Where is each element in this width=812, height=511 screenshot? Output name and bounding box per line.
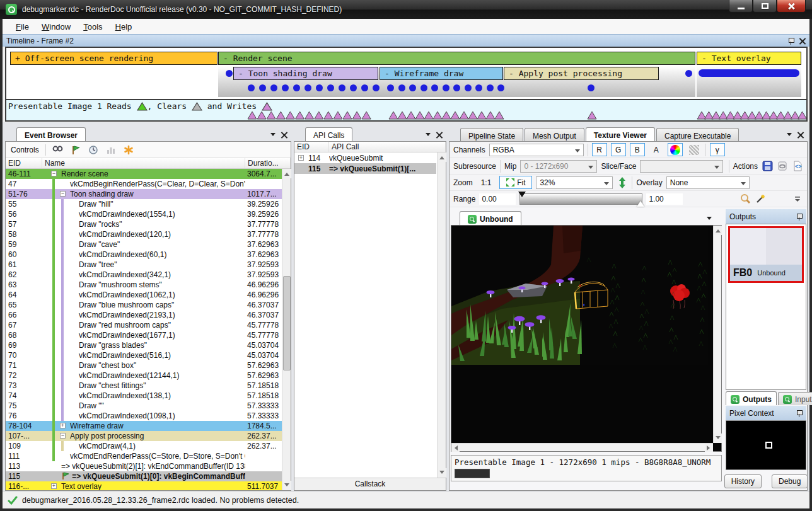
timeline-draw-dot[interactable] <box>282 84 289 91</box>
usage-write-marker[interactable] <box>352 112 361 119</box>
timeline-draw-dot[interactable] <box>327 84 334 91</box>
tab-unbound-texture[interactable]: Unbound <box>460 211 521 225</box>
timeline-draw-dot[interactable] <box>316 84 323 91</box>
event-row[interactable]: 60vkCmdDrawIndexed(60,1)37.62963 <box>6 250 282 260</box>
close-panel-icon[interactable] <box>436 132 443 138</box>
usage-write-marker[interactable] <box>296 112 304 119</box>
timeline-draw-dot[interactable] <box>339 84 345 91</box>
close-panel-icon[interactable] <box>799 38 806 44</box>
event-row[interactable]: 51-76−Toon shading draw1017.7... <box>6 189 282 199</box>
timeline-draw-dot[interactable] <box>685 70 692 77</box>
timeline-draw-dot[interactable] <box>588 84 594 91</box>
timeline-draw-dot[interactable] <box>350 84 357 91</box>
timeline-draw-pill[interactable] <box>699 69 799 77</box>
usage-write-marker[interactable] <box>305 112 314 119</box>
timeline-draw-dot[interactable] <box>226 70 233 77</box>
timeline-marker-bar[interactable]: - Apply post processing <box>504 67 659 80</box>
usage-write-marker[interactable] <box>407 112 415 119</box>
timeline-draw-dot[interactable] <box>420 84 427 91</box>
usage-markers-layer[interactable] <box>6 110 806 120</box>
range-slider[interactable] <box>519 193 642 205</box>
tab-outputs[interactable]: Outputs <box>726 391 777 405</box>
event-row[interactable]: 64vkCmdDrawIndexed(1062,1)46.96296 <box>6 290 282 300</box>
timeline-draw-dot[interactable] <box>409 84 416 91</box>
usage-write-marker[interactable] <box>334 112 342 119</box>
event-row[interactable]: 68vkCmdDrawIndexed(1677,1)45.77778 <box>6 330 282 340</box>
toolbar-overflow-icon[interactable] <box>792 193 803 205</box>
open-in-code-icon[interactable]: <> <box>792 161 803 172</box>
fit-button[interactable]: Fit <box>499 176 532 189</box>
tab-inputs[interactable]: Inputs <box>778 392 812 405</box>
event-row[interactable]: 67Draw "red mushroom caps"45.77778 <box>6 320 282 330</box>
usage-write-marker[interactable] <box>267 112 276 119</box>
usage-write-marker[interactable] <box>486 112 495 119</box>
pin-icon[interactable] <box>796 213 803 221</box>
event-row[interactable]: 55Draw "hill"39.25926 <box>6 199 282 209</box>
timeline-draw-dot[interactable] <box>475 84 482 91</box>
event-row[interactable]: 107-...−Apply post processing262.37... <box>6 431 282 441</box>
usage-write-marker[interactable] <box>324 112 333 119</box>
tab-event-browser[interactable]: Event Browser <box>16 127 86 141</box>
event-row[interactable]: 61Draw "tree"37.92593 <box>6 260 282 270</box>
tab-capture-executable[interactable]: Capture Executable <box>656 128 739 141</box>
menu-file[interactable]: File <box>10 20 35 33</box>
tab-pipeline-state[interactable]: Pipeline State <box>460 128 523 141</box>
texture-image-viewport[interactable] <box>451 225 722 452</box>
timeline-marker-bar[interactable]: + Off-screen scene rendering <box>10 52 218 65</box>
save-texture-icon[interactable] <box>762 161 773 172</box>
pin-icon[interactable] <box>796 410 803 417</box>
usage-write-marker[interactable] <box>389 112 398 119</box>
usage-write-marker[interactable] <box>248 112 257 119</box>
close-button[interactable] <box>777 0 806 13</box>
expand-icon[interactable]: + <box>60 423 66 428</box>
usage-write-marker[interactable] <box>460 112 468 119</box>
usage-write-marker[interactable] <box>398 112 407 119</box>
scroll-down-icon[interactable] <box>282 481 291 490</box>
usage-write-marker[interactable] <box>495 112 504 119</box>
scrollbar-thumb[interactable] <box>283 276 291 370</box>
usage-write-marker[interactable] <box>276 112 285 119</box>
mip-dropdown[interactable]: 0 - 1272x690 <box>520 160 597 173</box>
close-panel-icon[interactable] <box>798 132 804 138</box>
autofit-range-icon[interactable] <box>740 193 751 205</box>
history-button[interactable]: History <box>724 474 762 488</box>
panel-menu-icon[interactable] <box>426 133 431 139</box>
usage-write-marker[interactable] <box>343 112 352 119</box>
event-row[interactable]: 71Draw "chest box"57.62963 <box>6 360 282 370</box>
event-row[interactable]: 59Draw "cave"37.62963 <box>6 239 282 250</box>
zoom-dropdown[interactable]: 32% <box>536 176 613 189</box>
event-row[interactable]: 57Draw "rocks"37.77778 <box>6 219 282 229</box>
event-browser-scrollbar[interactable] <box>282 169 291 490</box>
event-row[interactable]: 74vkCmdDrawIndexed(138,1)57.18518 <box>6 391 282 401</box>
texture-image[interactable] <box>451 226 708 365</box>
tab-mesh-output[interactable]: Mesh Output <box>525 128 584 141</box>
usage-write-marker[interactable] <box>588 112 596 119</box>
event-row[interactable]: 78-104+Wireframe draw1784.5... <box>6 421 282 431</box>
alpha-checker-button[interactable] <box>687 143 702 156</box>
scroll-up-icon[interactable] <box>438 152 446 162</box>
bookmark-flag-icon[interactable] <box>70 144 81 156</box>
timeline-panel-header[interactable]: Timeline - Frame #2 <box>3 34 809 47</box>
event-row[interactable]: 70vkCmdDrawIndexed(516,1)45.03704 <box>6 350 282 360</box>
event-row[interactable]: 62vkCmdDrawIndexed(342,1)37.92593 <box>6 270 282 280</box>
blue-channel-button[interactable]: B <box>630 143 645 156</box>
usage-write-marker[interactable] <box>315 112 323 119</box>
api-call-row[interactable]: 115=> vkQueueSubmit(1)[... <box>294 163 436 174</box>
usage-write-marker[interactable] <box>286 112 294 119</box>
event-browser-column-header[interactable]: EID Name Duratio... <box>6 158 291 169</box>
overlay-dropdown[interactable]: None <box>666 176 750 189</box>
event-row[interactable]: 63Draw "mushroom stems"46.96296 <box>6 280 282 290</box>
api-call-row[interactable]: +114vkQueueSubmit <box>294 152 436 163</box>
timeline-draw-dot[interactable] <box>248 84 255 91</box>
viewer-hscrollbar[interactable] <box>451 443 713 451</box>
flip-y-icon[interactable] <box>617 177 628 188</box>
event-row[interactable]: 47vkCmdBeginRenderPass(C=Clear, D=Clear,… <box>6 179 282 189</box>
range-black-marker[interactable] <box>518 192 526 201</box>
event-row[interactable]: 73Draw "chest fittings"57.18518 <box>6 381 282 391</box>
panel-menu-icon[interactable] <box>270 133 276 139</box>
scroll-up-icon[interactable] <box>282 169 291 178</box>
expand-icon[interactable]: + <box>51 483 57 489</box>
api-calls-scrollbar[interactable] <box>437 152 446 478</box>
event-row[interactable]: 56vkCmdDrawIndexed(1554,1)39.25926 <box>6 209 282 219</box>
channels-dropdown[interactable]: RGBA <box>489 144 584 156</box>
